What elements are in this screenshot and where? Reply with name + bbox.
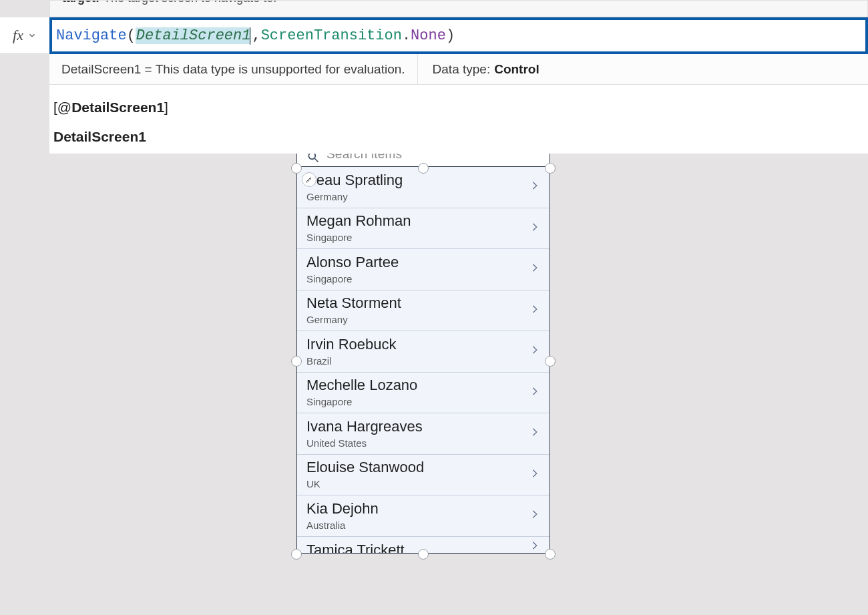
item-name: Alonso Partee [306,254,399,270]
formula-comma: , [252,27,260,44]
item-name: Irvin Roebuck [306,337,397,353]
intellisense-item[interactable]: [@DetailScreen1] [53,93,868,122]
item-sub: Singapore [306,232,411,243]
chevron-right-icon[interactable] [529,218,540,238]
data-type-value: Control [494,62,539,77]
chevron-right-icon[interactable] [529,505,540,526]
evaluation-result: DetailScreen1 = This data type is unsupp… [49,54,418,84]
intellisense-name: DetailScreen1 [71,99,164,115]
formula-enum: ScreenTransition [261,27,402,44]
formula-func: Navigate [56,27,127,44]
formula-member: None [411,27,446,44]
chevron-right-icon[interactable] [529,300,540,321]
formula-close: ) [446,27,455,44]
formula-open: ( [127,27,136,44]
selection-handle[interactable] [545,356,556,367]
item-sub: Singapore [306,396,417,407]
item-name: Ivana Hargreaves [306,419,423,435]
tooltip-desc: The target screen to navigate to. [103,0,276,5]
selection-handle[interactable] [545,163,556,174]
selection-handle[interactable] [291,163,302,174]
edit-template-icon[interactable] [302,172,316,187]
chevron-down-icon[interactable] [27,31,37,40]
list-item[interactable]: Kia Dejohn Australia [297,495,550,537]
chevron-right-icon[interactable] [529,177,540,197]
intellisense-name: DetailScreen1 [53,129,146,144]
chevron-right-icon[interactable] [529,341,540,361]
selection-handle[interactable] [291,549,302,560]
item-sub: United States [306,437,423,449]
gallery-list[interactable]: Beau Spratling Germany Megan Rohman Sing… [296,167,550,554]
list-item[interactable]: Neta Storment Germany [297,290,550,332]
list-item[interactable]: Mechelle Lozano Singapore [297,373,550,414]
item-name: Elouise Stanwood [306,459,424,475]
list-item[interactable]: Megan Rohman Singapore [297,208,550,250]
item-sub: Brazil [306,355,397,367]
bracket-close: ] [164,99,168,115]
text-caret [250,27,250,45]
selection-handle[interactable] [545,549,556,560]
bracket-open: [@ [53,99,71,115]
search-placeholder: Search items [327,154,402,162]
svg-point-0 [308,154,315,159]
item-sub: Australia [306,520,379,531]
selection-handle[interactable] [418,163,429,174]
list-item[interactable]: Alonso Partee Singapore [297,249,550,290]
chevron-right-icon[interactable] [529,383,540,403]
intellisense-dropdown: [@DetailScreen1] DetailScreen1 [49,85,868,159]
evaluation-strip: DetailScreen1 = This data type is unsupp… [49,54,868,85]
formula-arg1: DetailScreen1 [136,27,252,44]
search-icon [306,154,320,164]
formula-dot: . [402,27,411,44]
item-sub: Singapore [306,273,399,284]
formula-bar[interactable]: Navigate ( DetailScreen1 , ScreenTransit… [49,17,868,54]
item-name: Neta Storment [306,295,401,311]
list-item[interactable]: Irvin Roebuck Brazil [297,331,550,373]
item-name: Megan Rohman [306,213,411,229]
design-canvas[interactable]: Search items Beau Spratling Germany Mega… [0,154,868,615]
item-name: Tamica Trickett [306,542,405,554]
param-tooltip: target: The target screen to navigate to… [49,0,868,17]
fx-label: fx [13,27,23,44]
list-item[interactable]: Ivana Hargreaves United States [297,413,550,455]
svg-line-1 [315,158,318,162]
intellisense-item[interactable]: DetailScreen1 [53,122,868,152]
item-sub: Germany [306,191,403,202]
list-item[interactable]: Elouise Stanwood UK [297,455,550,496]
data-type-label: Data type: [433,62,491,77]
chevron-right-icon[interactable] [529,423,540,443]
item-name: Mechelle Lozano [306,377,417,393]
fx-gutter[interactable]: fx [0,17,49,54]
selection-handle[interactable] [418,549,429,560]
item-name: Beau Spratling [306,172,403,188]
chevron-right-icon[interactable] [529,465,540,485]
gallery-control[interactable]: Search items Beau Spratling Germany Mega… [296,154,550,554]
item-name: Kia Dejohn [306,501,379,517]
chevron-right-icon[interactable] [529,259,540,279]
chevron-right-icon[interactable] [529,537,540,554]
item-sub: UK [306,478,424,489]
selection-handle[interactable] [291,356,302,367]
data-type: Data type: Control [418,54,554,84]
tooltip-label: target: [62,0,99,5]
item-sub: Germany [306,314,401,325]
